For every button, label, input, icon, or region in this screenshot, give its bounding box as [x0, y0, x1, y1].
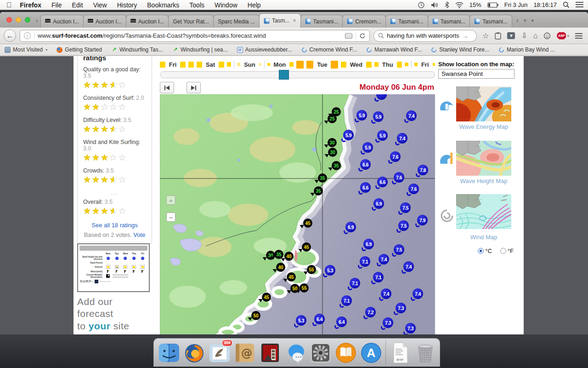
timeline-hour-cell[interactable] — [433, 63, 435, 66]
messages-dock-icon[interactable] — [284, 342, 306, 364]
timeline-hour-cell[interactable] — [366, 62, 372, 68]
contacts-dock-icon[interactable]: @ — [234, 342, 256, 364]
rtf-document-dock-icon[interactable]: RTF — [389, 342, 411, 364]
bookmark-star-icon[interactable]: ☆ — [482, 32, 489, 40]
menu-window[interactable]: Window — [215, 1, 237, 9]
wind-marker[interactable]: 45 — [302, 242, 311, 252]
timeline-hour-cell[interactable] — [237, 63, 240, 66]
notification-center-icon[interactable] — [576, 2, 583, 8]
feedback-smiley-icon[interactable] — [543, 32, 551, 40]
menu-view[interactable]: View — [93, 1, 107, 9]
wave-marker[interactable]: 7.6 — [394, 172, 404, 183]
wave-marker[interactable]: 7.5 — [400, 202, 411, 213]
site-info-icon[interactable]: i — [24, 32, 31, 39]
wave-marker[interactable]: 5.9 — [356, 110, 367, 121]
close-tab-icon[interactable]: × — [293, 17, 296, 24]
unit-fahrenheit[interactable]: °F — [500, 247, 514, 254]
menu-tools[interactable]: Tools — [189, 1, 204, 9]
minimize-window-button[interactable] — [16, 17, 21, 23]
star-rating[interactable]: ☆☆☆☆☆★★★★★ — [83, 79, 127, 91]
tab-auctioni[interactable]: Auction I... — [126, 15, 169, 28]
wave-marker[interactable]: 6.4 — [336, 316, 347, 327]
tab-tasmani[interactable]: Tasmani... — [385, 15, 428, 28]
menu-edit[interactable]: Edit — [72, 1, 83, 9]
menu-history[interactable]: History — [117, 1, 137, 9]
wave-marker[interactable]: 7.1 — [360, 256, 370, 267]
wave-marker[interactable]: 5.9 — [373, 111, 384, 122]
timeline-hour-cell[interactable] — [341, 62, 346, 68]
timeline-hour-cell[interactable] — [180, 62, 186, 68]
url-bar[interactable]: i www.surf-forecast.com/regions/Tasmania… — [20, 30, 370, 42]
wave-marker[interactable]: 6.6 — [377, 177, 388, 187]
tab-auctioni[interactable]: Auction I... — [40, 15, 84, 28]
tab-sparcmedia[interactable]: Sparc Media ... — [213, 15, 260, 28]
location-input[interactable] — [438, 69, 514, 79]
time-slider-track[interactable] — [160, 71, 435, 78]
timeline-hour-cell[interactable] — [188, 62, 194, 68]
star-rating[interactable]: ☆☆☆☆☆★★★★★ — [83, 101, 127, 113]
wind-marker[interactable]: 30 — [328, 138, 337, 147]
wave-marker[interactable]: 7.3 — [405, 323, 416, 334]
tab-cremorn[interactable]: Cremorn... — [342, 15, 386, 28]
reader-view-icon[interactable] — [345, 33, 352, 39]
wave-energy-map-thumbnail[interactable] — [456, 86, 511, 121]
back-button[interactable]: ← — [4, 29, 16, 42]
tab-list-caret-icon[interactable]: ▾ — [531, 18, 534, 23]
wave-marker[interactable]: 7.4 — [397, 133, 407, 144]
star-rating[interactable]: ☆☆☆☆☆★★★★★ — [83, 123, 127, 135]
bookmark-aussieveedubber[interactable]: UAussieveedubber... — [237, 46, 292, 53]
wave-marker[interactable]: 5.9 — [343, 130, 354, 140]
bookmark-marionbaywind[interactable]: Marion Bay Wind ... — [498, 46, 555, 53]
trash-dock-icon[interactable] — [414, 342, 436, 364]
timeline-hour-cell[interactable] — [219, 62, 224, 68]
tab-tasm[interactable]: Tasm...× — [259, 13, 301, 28]
wave-marker[interactable]: 6.6 — [360, 159, 371, 170]
wind-marker[interactable]: 35 — [318, 173, 327, 183]
wave-marker[interactable]: 7.4 — [379, 254, 389, 264]
bookmark-mostvisited[interactable]: Most Visited▾ — [5, 46, 47, 53]
bookmark-marrawahwindf[interactable]: Marrawah Wind F... — [366, 46, 422, 53]
wave-marker[interactable]: 7.4 — [381, 288, 391, 299]
wave-marker[interactable]: 7.5 — [394, 244, 404, 255]
forecast-timeline[interactable]: FriSatSunMonTueWedThuFri — [160, 59, 435, 70]
search-bar[interactable]: → — [373, 30, 477, 42]
radio-icon[interactable] — [478, 248, 484, 254]
wave-marker[interactable]: 7.3 — [396, 303, 406, 313]
adblock-plus-icon[interactable]: ABP▾ — [557, 32, 569, 40]
search-input[interactable] — [387, 32, 459, 39]
skip-to-end-button[interactable] — [187, 82, 201, 93]
wave-marker[interactable]: 5.3 — [296, 315, 306, 326]
star-rating[interactable]: ☆☆☆☆☆★★★★★ — [83, 152, 127, 164]
unit-celsius[interactable]: °C — [478, 247, 492, 254]
wave-marker[interactable]: 7.3 — [383, 317, 393, 328]
wave-marker[interactable]: 7.1 — [350, 278, 360, 288]
forecast-map[interactable]: + − 5.95.97.45.95.97.45.97.66.67.87.66.6… — [160, 94, 435, 334]
bookmark-stanleywindfore[interactable]: Stanley Wind Fore... — [431, 46, 489, 53]
wave-marker[interactable]: 7.4 — [413, 288, 423, 299]
timeline-hour-cell[interactable] — [405, 63, 408, 66]
wave-marker[interactable]: 6.4 — [314, 314, 325, 324]
wave-marker[interactable]: 7.1 — [373, 272, 384, 282]
wifi-icon[interactable] — [455, 2, 464, 8]
menu-firefox[interactable]: Firefox — [20, 1, 41, 9]
firefox-dock-icon[interactable] — [183, 342, 205, 364]
bookmark-windsurfingtas[interactable]: ↗Windsurfing Tas... — [111, 46, 163, 53]
timeline-hour-cell[interactable] — [331, 61, 338, 69]
timeline-hour-cell[interactable] — [259, 63, 261, 66]
map-zoom-in-button[interactable]: + — [166, 196, 175, 205]
map-zoom-out-button[interactable]: − — [166, 213, 175, 222]
app-store-dock-icon[interactable]: A — [360, 342, 382, 364]
wind-marker[interactable]: 35 — [314, 186, 323, 196]
wave-marker[interactable]: 7.6 — [408, 184, 419, 194]
reload-icon[interactable] — [359, 33, 366, 39]
tab-tasmani[interactable]: Tasmani... — [428, 15, 470, 28]
wave-marker[interactable]: 5.9 — [362, 142, 373, 153]
wave-marker[interactable]: 7.1 — [341, 295, 352, 306]
tab-auctioni[interactable]: Auction I... — [83, 15, 126, 28]
search-go-icon[interactable]: → — [462, 32, 469, 40]
wave-marker[interactable]: 6.9 — [373, 198, 384, 209]
wave-marker[interactable]: 5.3 — [325, 265, 335, 276]
close-window-button[interactable] — [6, 17, 12, 23]
wind-marker[interactable]: 45 — [303, 218, 312, 228]
wave-marker[interactable]: 6.9 — [363, 239, 374, 249]
